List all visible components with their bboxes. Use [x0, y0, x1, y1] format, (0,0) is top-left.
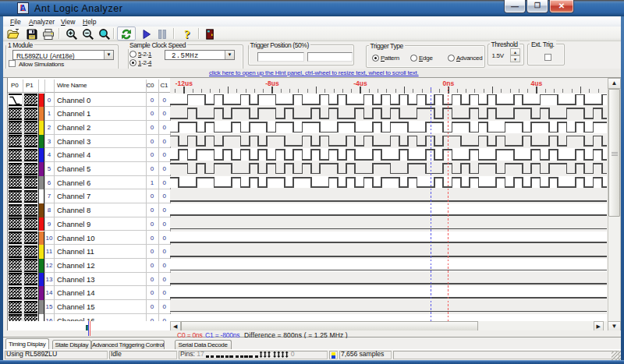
svg-text:0ns: 0ns: [443, 80, 455, 87]
svg-text:4us: 4us: [531, 80, 543, 87]
svg-text:?: ?: [184, 28, 190, 41]
svg-text:-4us: -4us: [353, 80, 367, 87]
svg-text:-12us: -12us: [176, 80, 193, 87]
svg-text:-8us: -8us: [265, 80, 279, 87]
